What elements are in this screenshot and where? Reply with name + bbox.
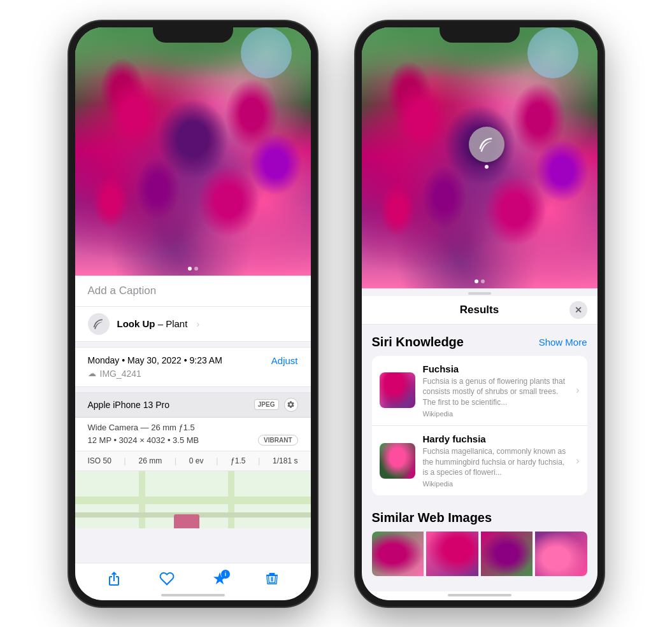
svg-rect-6 <box>269 573 274 575</box>
meta-filename: ☁ IMG_4241 <box>88 369 298 379</box>
share-icon <box>106 571 122 586</box>
hardy-fuchsia-name: Hardy fuchsia <box>423 433 569 444</box>
photo-page-indicator <box>188 267 198 271</box>
fuchsia-name: Fuchsia <box>423 363 569 374</box>
hardy-fuchsia-item[interactable]: Hardy fuchsia Fuchsia magellanica, commo… <box>372 426 587 495</box>
right-home-indicator <box>362 591 597 600</box>
camera-resolution: 12 MP • 3024 × 4032 • 3.5 MB <box>88 435 199 445</box>
camera-type: Wide Camera — 26 mm ƒ1.5 <box>88 423 298 432</box>
results-header: Results ✕ <box>362 296 597 325</box>
camera-model: Apple iPhone 13 Pro <box>88 400 169 410</box>
lookup-subject: Plant <box>166 318 187 329</box>
right-photo-area[interactable] <box>362 27 597 288</box>
photo-area[interactable] <box>75 27 311 276</box>
svg-rect-5 <box>174 514 199 528</box>
right-home-bar <box>448 594 511 596</box>
cloud-icon: ☁ <box>88 369 96 378</box>
lookup-label: Look Up <box>117 318 155 329</box>
meta-date-row: Monday • May 30, 2022 • 9:23 AM Adjust <box>88 355 298 366</box>
meta-date: Monday • May 30, 2022 • 9:23 AM <box>88 355 222 365</box>
results-drag-handle[interactable] <box>468 292 491 295</box>
visual-search-dot <box>485 165 489 169</box>
svg-rect-2 <box>139 471 145 528</box>
adjust-button[interactable]: Adjust <box>271 355 298 366</box>
left-phone: Add a Caption Look Up – Plant › Monday •… <box>69 21 317 607</box>
svg-rect-3 <box>228 471 234 528</box>
lookup-icon-circle <box>88 313 110 335</box>
content-area: Add a Caption Look Up – Plant › Monday •… <box>75 276 311 563</box>
fuchsia-chevron: › <box>576 384 579 396</box>
camera-detail-row: Wide Camera — 26 mm ƒ1.5 12 MP • 3024 × … <box>75 418 311 451</box>
map-area[interactable] <box>75 471 311 528</box>
bottom-toolbar: i <box>75 563 311 591</box>
exif-shutter: 1/181 s <box>273 456 297 465</box>
fuchsia-description: Fuchsia is a genus of flowering plants t… <box>423 376 569 408</box>
knowledge-card: Fuchsia Fuchsia is a genus of flowering … <box>372 356 587 496</box>
results-title: Results <box>390 304 569 316</box>
right-phone-screen: Results ✕ Siri Knowledge Show More Fuchs… <box>362 27 597 600</box>
hardy-fuchsia-info: Hardy fuchsia Fuchsia magellanica, commo… <box>423 433 569 488</box>
camera-section: Apple iPhone 13 Pro JPEG Wide Camera — 2… <box>75 392 311 471</box>
caption-area[interactable]: Add a Caption <box>75 276 311 307</box>
left-phone-screen: Add a Caption Look Up – Plant › Monday •… <box>75 27 311 600</box>
delete-button[interactable] <box>265 571 279 586</box>
dot-1 <box>188 267 192 271</box>
results-panel: Results ✕ Siri Knowledge Show More Fuchs… <box>362 288 597 591</box>
gear-svg <box>287 400 295 409</box>
exif-div2: | <box>175 456 176 465</box>
like-button[interactable] <box>159 571 175 586</box>
jpeg-badge: JPEG <box>254 399 279 410</box>
exif-focal: 26 mm <box>138 456 162 465</box>
web-images-section: Similar Web Images <box>362 500 597 581</box>
web-images-row <box>372 532 587 576</box>
close-results-button[interactable]: ✕ <box>569 301 587 319</box>
visual-search-icon[interactable] <box>469 127 504 162</box>
trash-icon <box>265 571 279 586</box>
svg-rect-1 <box>75 497 311 504</box>
caption-placeholder[interactable]: Add a Caption <box>88 285 157 297</box>
info-badge: i <box>221 570 230 579</box>
fuchsia-thumbnail <box>380 372 415 408</box>
web-image-3[interactable] <box>481 532 533 576</box>
siri-section-header: Siri Knowledge Show More <box>372 335 587 349</box>
home-bar <box>161 594 225 596</box>
info-button[interactable]: i <box>212 571 227 586</box>
filename: IMG_4241 <box>100 369 141 379</box>
exif-aperture: ƒ1.5 <box>231 456 245 465</box>
right-dot-1 <box>475 279 478 283</box>
lookup-row[interactable]: Look Up – Plant › <box>75 307 311 342</box>
web-image-2[interactable] <box>426 532 478 576</box>
web-image-1[interactable] <box>372 532 424 576</box>
hardy-fuchsia-thumbnail <box>380 443 415 479</box>
map-svg <box>75 471 311 528</box>
exif-div1: | <box>124 456 126 465</box>
camera-badges: JPEG <box>254 398 298 412</box>
exif-iso: ISO 50 <box>88 456 111 465</box>
hardy-fuchsia-description: Fuchsia magellanica, commonly known as t… <box>423 446 569 478</box>
exif-div4: | <box>258 456 260 465</box>
fuchsia-item[interactable]: Fuchsia Fuchsia is a genus of flowering … <box>372 356 587 426</box>
camera-exif-row: ISO 50 | 26 mm | 0 ev | ƒ1.5 | 1/181 s <box>75 451 311 470</box>
dot-2 <box>194 267 198 271</box>
heart-icon <box>159 571 175 586</box>
exif-ev: 0 ev <box>189 456 204 465</box>
web-images-title: Similar Web Images <box>372 511 587 525</box>
fuchsia-source: Wikipedia <box>423 410 569 418</box>
home-indicator <box>75 591 311 600</box>
show-more-button[interactable]: Show More <box>539 337 587 348</box>
right-dot-2 <box>481 279 485 283</box>
flower-overlay <box>75 27 311 276</box>
vibrant-badge: VIBRANT <box>258 435 297 446</box>
camera-model-row: Apple iPhone 13 Pro JPEG <box>75 393 311 418</box>
leaf-search-icon <box>478 136 496 153</box>
right-phone: Results ✕ Siri Knowledge Show More Fuchs… <box>355 21 604 607</box>
camera-settings-icon[interactable] <box>284 398 298 412</box>
exif-div3: | <box>216 456 218 465</box>
siri-knowledge-section: Siri Knowledge Show More Fuchsia Fuchsia… <box>362 325 597 501</box>
web-image-4[interactable] <box>535 532 587 576</box>
leaf-icon <box>92 318 105 330</box>
siri-section-title: Siri Knowledge <box>372 335 464 349</box>
lookup-text: Look Up – Plant <box>117 318 188 329</box>
share-button[interactable] <box>106 571 122 586</box>
lookup-chevron: › <box>196 319 199 329</box>
